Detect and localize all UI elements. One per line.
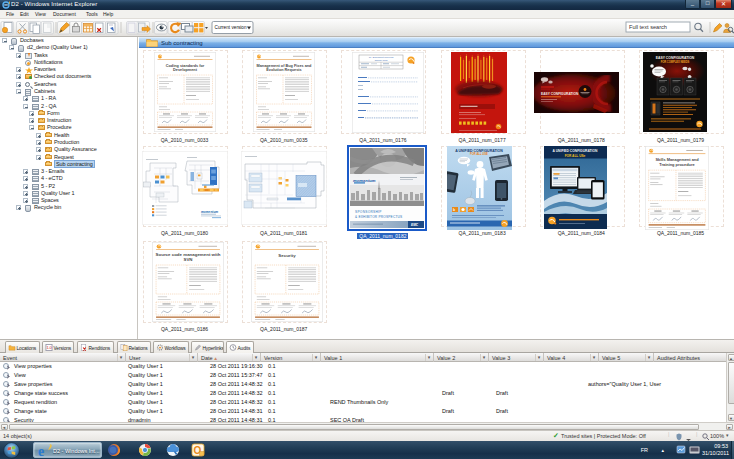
svg-text:Current version: Current version bbox=[215, 25, 247, 30]
svg-text:SVN: SVN bbox=[183, 257, 192, 262]
svg-text:momentum: momentum bbox=[201, 210, 218, 214]
svg-text:momentum: momentum bbox=[353, 177, 376, 182]
svg-text:Training procedure: Training procedure bbox=[659, 162, 695, 167]
svg-text:SPONSORSHIP: SPONSORSHIP bbox=[355, 209, 382, 213]
svg-text:1.0: 1.0 bbox=[46, 345, 52, 350]
svg-text:Coding standards for: Coding standards for bbox=[166, 64, 205, 68]
svg-text:FOR ALL USe: FOR ALL USe bbox=[565, 154, 586, 158]
svg-text:EASY CONFIGURATION: EASY CONFIGURATION bbox=[541, 92, 579, 96]
svg-text:Management of Bug Fixes and: Management of Bug Fixes and bbox=[257, 64, 313, 68]
svg-text:EMC: EMC bbox=[411, 223, 419, 227]
svg-text:Full text search: Full text search bbox=[629, 24, 667, 30]
svg-text:Development: Development bbox=[173, 68, 198, 72]
svg-text:e: e bbox=[38, 444, 44, 459]
svg-text:specify kind: specify kind bbox=[375, 59, 388, 62]
svg-text:b: b bbox=[453, 208, 455, 212]
svg-text:Security: Security bbox=[278, 254, 296, 259]
svg-text:A UNIFIED CONFIGURATION: A UNIFIED CONFIGURATION bbox=[553, 149, 598, 153]
svg-text:A UNIFIED CONFIGURATION: A UNIFIED CONFIGURATION bbox=[455, 149, 503, 153]
svg-text:& EXHIBITOR PROSPECTUS: & EXHIBITOR PROSPECTUS bbox=[355, 214, 402, 218]
svg-text:FOR ALL USE: FOR ALL USE bbox=[470, 152, 488, 156]
svg-text:FOR COMPLEX NEEDS: FOR COMPLEX NEEDS bbox=[661, 60, 690, 64]
svg-text:Evolution Requests: Evolution Requests bbox=[266, 68, 301, 72]
svg-text:EASY CONFIGURATION: EASY CONFIGURATION bbox=[656, 56, 695, 60]
